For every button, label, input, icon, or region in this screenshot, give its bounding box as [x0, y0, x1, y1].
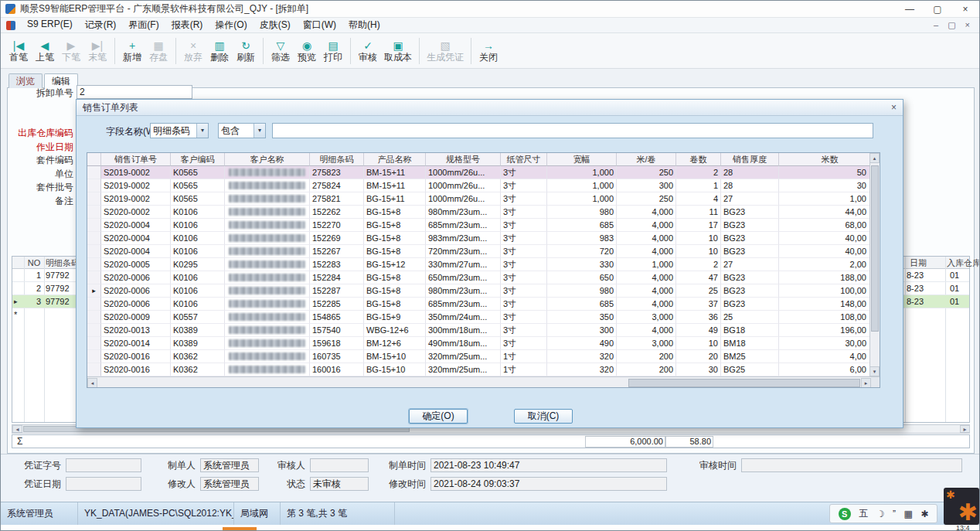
cell: 4	[676, 192, 721, 206]
menu-item[interactable]: 报表(R)	[165, 17, 209, 33]
toolbar-audit-button[interactable]: ✓审核	[355, 38, 381, 64]
gear-widget[interactable]: ✱ ✱	[944, 488, 979, 525]
horizontal-scrollbar[interactable]: ◂ ▸	[87, 376, 871, 388]
cell: K0106	[171, 245, 225, 258]
asterisk-icon[interactable]: ✱	[920, 509, 928, 519]
cell: 30,00	[779, 337, 880, 350]
toolbar-gen-voucher-label: 生成凭证	[427, 53, 464, 63]
column-header[interactable]: 卷数	[676, 153, 721, 166]
wubi-icon[interactable]: 五	[859, 507, 868, 520]
column-header[interactable]: 宽幅	[547, 153, 617, 166]
customer-name-redacted	[229, 366, 305, 373]
mdi-close-button[interactable]: ×	[965, 20, 970, 30]
scroll-left-icon[interactable]: ◂	[87, 378, 97, 388]
moon-icon[interactable]: ☽	[876, 509, 885, 519]
row-indicator	[87, 219, 101, 232]
toolbar-delete-button[interactable]: ▥删除	[206, 38, 233, 64]
order-row[interactable]: S2020-0005K0295152283BG-15+12330mm/27um.…	[87, 258, 880, 271]
language-bar: S五☽”▦✱	[829, 504, 937, 523]
column-header[interactable]: 产品名称	[364, 153, 426, 166]
order-row[interactable]: S2020-0002K0106152262BG-15+8980mm/23um..…	[87, 206, 880, 219]
cell: 44,00	[779, 206, 880, 219]
dialog-close-icon[interactable]: ×	[891, 102, 897, 113]
order-row[interactable]: S2020-0004K0106152267BG-15+8720mm/23um..…	[87, 245, 880, 258]
mdi-minimize-button[interactable]: –	[934, 20, 938, 30]
order-row[interactable]: S2020-0016K0362160735BM-15+10320mm/25um.…	[87, 350, 880, 363]
cell: K0106	[171, 298, 225, 311]
maximize-button[interactable]: ▢	[924, 1, 951, 17]
minimize-button[interactable]: —	[896, 1, 924, 17]
order-row[interactable]: S2019-0002K0565275821BG-15+111000mm/26u.…	[87, 192, 880, 206]
column-header[interactable]: 纸管尺寸	[501, 153, 547, 166]
toolbar-get-cost-button[interactable]: ▣取成本	[381, 38, 415, 64]
order-row[interactable]: S2020-0016K0362160016BG-15+10320mm/25um.…	[87, 363, 880, 376]
sogou-icon[interactable]: S	[839, 508, 851, 520]
column-header[interactable]: 米/卷	[617, 153, 676, 166]
menu-item[interactable]: 界面(F)	[122, 17, 165, 33]
toolbar-close-button[interactable]: →关闭	[475, 38, 502, 64]
column-header[interactable]: 客户名称	[225, 153, 310, 166]
order-row[interactable]: S2020-0014K0389159618BM-12+6490mm/18um..…	[87, 337, 880, 350]
toolbar-filter-button[interactable]: ▽筛选	[267, 38, 294, 64]
cell: 27	[721, 192, 779, 206]
menu-item[interactable]: 窗口(W)	[297, 17, 342, 33]
vertical-scrollbar[interactable]: ▴ ▾	[869, 153, 880, 376]
toolbar-prev-button[interactable]: ◀上笔	[32, 38, 58, 64]
cell: K0362	[171, 350, 225, 363]
scroll-right-icon[interactable]: ▸	[861, 378, 871, 388]
menu-item[interactable]: 操作(O)	[209, 17, 253, 33]
column-header[interactable]: 规格型号	[426, 153, 501, 166]
cell: BM-15+10	[364, 350, 426, 363]
close-button[interactable]: ×	[951, 1, 979, 17]
ok-button[interactable]: 确定(O)	[409, 409, 468, 424]
menu-item[interactable]: S9 ERP(E)	[21, 17, 79, 33]
column-header[interactable]: 米数	[779, 153, 880, 166]
cell: 3,000	[617, 337, 676, 350]
column-header[interactable]: 销售订单号	[101, 153, 171, 166]
cell: 320mm/25um...	[426, 350, 501, 363]
order-row[interactable]: S2019-0002K0565275824BM-15+111000mm/26u.…	[87, 179, 880, 192]
menu-item[interactable]: 记录(R)	[79, 17, 123, 33]
toolbar-preview-button[interactable]: ◉预览	[294, 38, 320, 64]
toolbar-refresh-button[interactable]: ↻刷新	[233, 38, 259, 64]
order-row[interactable]: S2020-0006K0106152285BG-15+8685mm/23um..…	[87, 298, 880, 311]
vscroll-thumb[interactable]	[871, 165, 879, 332]
order-row[interactable]: S2020-0009K0557154865BG-15+9350mm/24um..…	[87, 311, 880, 324]
menu-item[interactable]: 帮助(H)	[342, 17, 386, 33]
cell: K0565	[171, 179, 225, 192]
toolbar-close-label: 关闭	[479, 53, 498, 63]
tab-browse[interactable]: 浏览	[9, 73, 43, 88]
filter-field-select[interactable]: 明细条码 ▾	[150, 123, 209, 138]
hscroll-thumb[interactable]	[628, 379, 860, 387]
filter-operator-select[interactable]: 包含 ▾	[218, 123, 266, 138]
punctuation-icon[interactable]: ”	[893, 509, 896, 519]
keyboard-icon[interactable]: ▦	[904, 509, 913, 519]
order-row[interactable]: S2020-0013K0389157540WBG-12+6300mm/18um.…	[87, 324, 880, 337]
order-row[interactable]: S2019-0002K0565275823BM-15+111000mm/26u.…	[87, 166, 880, 179]
toolbar-first-button[interactable]: |◀首笔	[5, 38, 32, 64]
column-header[interactable]: 销售厚度	[721, 153, 779, 166]
column-header[interactable]: 明细条码	[310, 153, 364, 166]
toolbar-print-button[interactable]: ▤打印	[320, 38, 346, 64]
cancel-button[interactable]: 取消(C)	[514, 409, 573, 424]
scroll-up-icon[interactable]: ▴	[869, 153, 880, 163]
cell: 4,000	[617, 245, 676, 258]
order-row[interactable]: S2020-0006K0106152284BG-15+8650mm/23um..…	[87, 271, 880, 284]
cell: 980mm/23um...	[426, 284, 501, 298]
order-row[interactable]: S2020-0004K0106152270BG-15+8685mm/23um..…	[87, 219, 880, 232]
toolbar-new-button[interactable]: +新增	[119, 38, 145, 64]
toolbar-print-label: 打印	[324, 53, 342, 63]
order-row[interactable]: ▸S2020-0006K0106152287BG-15+8980mm/23um.…	[87, 284, 880, 298]
cell-customer-name	[225, 232, 310, 245]
menu-item[interactable]: 皮肤(S)	[254, 17, 297, 33]
scroll-down-icon[interactable]: ▾	[869, 366, 880, 376]
tab-edit[interactable]: 编辑	[44, 73, 78, 89]
cell: 330	[547, 258, 617, 271]
column-header[interactable]: 客户编码	[171, 153, 225, 166]
cell-customer-name	[225, 324, 310, 337]
filter-value-input[interactable]	[272, 123, 873, 138]
cell: 2,00	[779, 258, 880, 271]
order-row[interactable]: S2020-0004K0106152269BG-15+8983mm/23um..…	[87, 232, 880, 245]
cell: 2	[676, 258, 721, 271]
mdi-restore-button[interactable]: ▢	[948, 20, 955, 30]
